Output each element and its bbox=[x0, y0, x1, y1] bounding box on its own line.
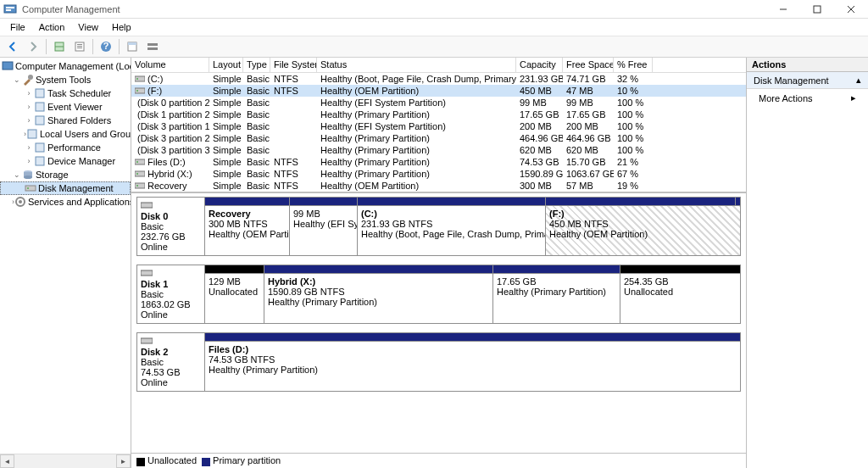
drive-icon bbox=[135, 181, 145, 190]
legend-primary: Primary partition bbox=[202, 455, 281, 465]
volume-free: 57 MB bbox=[563, 181, 614, 191]
collapse-icon[interactable]: ⌄ bbox=[12, 170, 22, 179]
volume-status: Healthy (EFI System Partition) bbox=[317, 121, 516, 131]
minimize-button[interactable] bbox=[766, 0, 800, 19]
expand-icon[interactable]: › bbox=[24, 103, 34, 111]
volume-fs: NTFS bbox=[270, 86, 317, 96]
disk-entry: Disk 1Basic1863.02 GBOnline129 MBUnalloc… bbox=[131, 261, 746, 329]
scroll-right-button[interactable]: ► bbox=[116, 454, 131, 468]
volume-row[interactable]: Files (D:)SimpleBasicNTFSHealthy (Primar… bbox=[131, 156, 746, 168]
partition-status: Healthy (Primary Partition) bbox=[268, 297, 489, 307]
drive-icon bbox=[135, 170, 145, 178]
disk-info[interactable]: Disk 0Basic232.76 GBOnline bbox=[136, 197, 204, 256]
col-freespace[interactable]: Free Space bbox=[563, 58, 614, 72]
volume-layout: Simple bbox=[209, 86, 243, 96]
partition-status: Unallocated bbox=[624, 287, 737, 297]
col-volume[interactable]: Volume bbox=[131, 58, 209, 72]
help-button[interactable]: ? bbox=[97, 37, 115, 56]
tree-disk-management[interactable]: Disk Management bbox=[0, 181, 131, 195]
forward-button[interactable] bbox=[24, 37, 42, 56]
menu-action[interactable]: Action bbox=[32, 20, 72, 34]
volume-row[interactable]: RecoverySimpleBasicNTFSHealthy (OEM Part… bbox=[131, 180, 746, 192]
volume-row[interactable]: (Disk 0 partition 2)SimpleBasicHealthy (… bbox=[131, 97, 746, 109]
volume-pct: 100 % bbox=[614, 145, 653, 155]
legend-unallocated: Unallocated bbox=[136, 455, 197, 465]
col-type[interactable]: Type bbox=[243, 58, 270, 72]
tree-root[interactable]: Computer Management (Local bbox=[0, 59, 131, 73]
col-layout[interactable]: Layout bbox=[209, 58, 243, 72]
svg-point-29 bbox=[24, 176, 32, 179]
tree-system-tools[interactable]: ⌄ System Tools bbox=[0, 73, 131, 86]
partition[interactable]: 17.65 GBHealthy (Primary Partition) bbox=[493, 274, 620, 323]
scroll-track[interactable] bbox=[14, 454, 116, 468]
tree-label: Performance bbox=[47, 142, 101, 153]
disk-size: 74.53 GB bbox=[141, 367, 201, 377]
refresh-view-button[interactable] bbox=[123, 37, 142, 56]
tree-item-task-scheduler[interactable]: ›Task Scheduler bbox=[0, 86, 131, 100]
collapse-icon[interactable]: ⌄ bbox=[12, 75, 22, 84]
col-filesystem[interactable]: File System bbox=[270, 58, 317, 72]
volume-fs: NTFS bbox=[270, 157, 317, 167]
expand-icon[interactable]: › bbox=[24, 116, 34, 125]
console-icon bbox=[2, 60, 14, 72]
tree-item-device-manager[interactable]: ›Device Manager bbox=[0, 154, 131, 168]
volume-row[interactable]: (Disk 3 partition 1)SimpleBasicHealthy (… bbox=[131, 120, 746, 132]
tree-h-scrollbar[interactable]: ◄ ► bbox=[0, 454, 131, 468]
view-options-button[interactable] bbox=[143, 37, 162, 56]
partition[interactable]: 99 MBHealthy (EFI System) bbox=[290, 206, 358, 255]
volume-row[interactable]: (F:)SimpleBasicNTFSHealthy (OEM Partitio… bbox=[131, 85, 746, 97]
partition[interactable]: (F:)450 MB NTFSHealthy (OEM Partition) bbox=[546, 206, 740, 255]
volume-row[interactable]: (Disk 1 partition 2)SimpleBasicHealthy (… bbox=[131, 109, 746, 120]
volume-header[interactable]: Volume Layout Type File System Status Ca… bbox=[131, 58, 746, 73]
expand-icon[interactable]: › bbox=[24, 157, 34, 165]
menu-help[interactable]: Help bbox=[105, 20, 138, 34]
volume-row[interactable]: (Disk 3 partition 3)SimpleBasicHealthy (… bbox=[131, 144, 746, 156]
node-icon bbox=[34, 101, 46, 113]
back-button[interactable] bbox=[3, 37, 22, 56]
menu-file[interactable]: File bbox=[3, 20, 32, 34]
tree-services[interactable]: › Services and Applications bbox=[0, 195, 131, 209]
actions-more[interactable]: More Actions ▸ bbox=[747, 89, 868, 107]
partition[interactable]: 129 MBUnallocated bbox=[205, 274, 264, 323]
partition[interactable]: Recovery300 MB NTFSHealthy (OEM Partitio… bbox=[205, 206, 290, 255]
volume-row[interactable]: (Disk 3 partition 2)SimpleBasicHealthy (… bbox=[131, 132, 746, 144]
tree-item-event-viewer[interactable]: ›Event Viewer bbox=[0, 100, 131, 114]
col-status[interactable]: Status bbox=[317, 58, 516, 72]
disk-icon bbox=[141, 337, 153, 345]
close-button[interactable] bbox=[834, 0, 868, 19]
expand-icon[interactable]: › bbox=[24, 89, 34, 98]
col-pctfree[interactable]: % Free bbox=[614, 58, 653, 72]
disk-info[interactable]: Disk 1Basic1863.02 GBOnline bbox=[136, 265, 204, 324]
disk-info[interactable]: Disk 2Basic74.53 GBOnline bbox=[136, 332, 204, 392]
nav-tree[interactable]: Computer Management (Local ⌄ System Tool… bbox=[0, 58, 131, 210]
partition[interactable]: (C:)231.93 GB NTFSHealthy (Boot, Page Fi… bbox=[358, 206, 546, 255]
scroll-left-button[interactable]: ◄ bbox=[0, 454, 14, 468]
app-icon bbox=[3, 3, 17, 16]
tree-item-performance[interactable]: ›Performance bbox=[0, 141, 131, 154]
partition[interactable]: Hybrid (X:)1590.89 GB NTFSHealthy (Prima… bbox=[264, 274, 493, 323]
show-hide-button[interactable] bbox=[50, 37, 69, 56]
maximize-button[interactable] bbox=[800, 0, 834, 19]
svg-point-53 bbox=[136, 185, 138, 187]
svg-point-31 bbox=[27, 187, 29, 189]
actions-section[interactable]: Disk Management ▴ bbox=[747, 72, 868, 89]
svg-point-51 bbox=[136, 173, 138, 175]
volume-capacity: 17.65 GB bbox=[516, 109, 563, 120]
tree-item-local-users-and-groups[interactable]: ›Local Users and Groups bbox=[0, 127, 131, 141]
tree-storage[interactable]: ⌄ Storage bbox=[0, 168, 131, 181]
partition[interactable]: 254.35 GBUnallocated bbox=[620, 274, 740, 323]
menu-view[interactable]: View bbox=[71, 20, 105, 34]
partition-name: Files (D:) bbox=[209, 344, 737, 354]
col-capacity[interactable]: Capacity bbox=[516, 58, 563, 72]
volume-type: Basic bbox=[243, 98, 270, 108]
tree-item-shared-folders[interactable]: ›Shared Folders bbox=[0, 114, 131, 127]
properties-button[interactable] bbox=[70, 37, 89, 56]
partition-size: 231.93 GB NTFS bbox=[361, 219, 542, 229]
node-icon bbox=[34, 87, 46, 99]
volume-capacity: 450 MB bbox=[516, 86, 563, 96]
volume-row[interactable]: (C:)SimpleBasicNTFSHealthy (Boot, Page F… bbox=[131, 73, 746, 85]
partition[interactable]: Files (D:)74.53 GB NTFSHealthy (Primary … bbox=[205, 342, 740, 391]
volume-row[interactable]: Hybrid (X:)SimpleBasicNTFSHealthy (Prima… bbox=[131, 168, 746, 180]
svg-rect-21 bbox=[36, 89, 44, 98]
expand-icon[interactable]: › bbox=[24, 143, 34, 152]
